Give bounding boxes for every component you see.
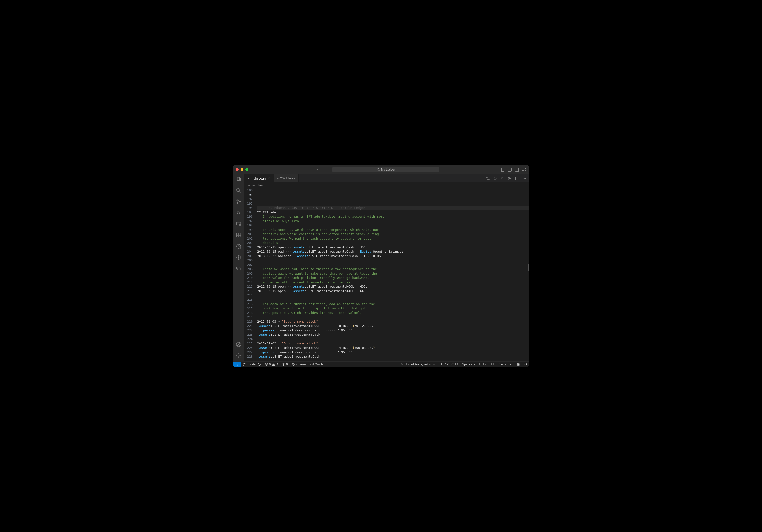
commit-icon bbox=[400, 363, 403, 366]
time-tracking-status[interactable]: 45 mins bbox=[290, 363, 308, 366]
blame-label: HostedBeans, last month bbox=[405, 363, 437, 366]
git-push-icon[interactable] bbox=[500, 176, 504, 180]
eol-status[interactable]: LF bbox=[490, 363, 496, 366]
svg-point-29 bbox=[489, 179, 490, 180]
status-bar: master 0 0 0 45 mins Git Graph HostedBea… bbox=[233, 361, 529, 367]
svg-point-10 bbox=[237, 213, 238, 215]
window-controls bbox=[236, 168, 248, 171]
extensions-icon[interactable] bbox=[236, 232, 242, 238]
minimize-window-button[interactable] bbox=[241, 168, 244, 171]
svg-point-45 bbox=[401, 364, 402, 365]
lang-label: Beancount bbox=[498, 363, 512, 366]
gitlens-icon[interactable] bbox=[236, 243, 242, 249]
bell-icon bbox=[524, 363, 527, 366]
errors-count: 0 bbox=[269, 363, 271, 366]
svg-point-7 bbox=[237, 202, 238, 203]
file-icon: ≡ bbox=[248, 184, 250, 187]
nav-back-button[interactable]: ← bbox=[316, 167, 320, 172]
git-branch-status[interactable]: master bbox=[241, 363, 263, 366]
run-debug-icon[interactable] bbox=[236, 210, 242, 216]
breadcrumb[interactable]: ≡ main.bean › ... bbox=[245, 183, 529, 188]
clock-icon bbox=[292, 363, 295, 366]
titlebar: ← → My Ledger bbox=[233, 165, 529, 174]
chat-icon[interactable] bbox=[236, 266, 242, 271]
close-window-button[interactable] bbox=[236, 168, 239, 171]
svg-point-19 bbox=[238, 246, 239, 247]
workbench: ≡ main.bean × ≡ 2023.bean ⋯ bbox=[233, 174, 529, 361]
svg-marker-34 bbox=[509, 178, 511, 179]
svg-point-27 bbox=[238, 355, 239, 356]
tab-close-button[interactable]: × bbox=[268, 176, 270, 180]
split-editor-icon[interactable] bbox=[515, 176, 519, 180]
toggle-panel-button[interactable] bbox=[508, 168, 512, 172]
svg-point-49 bbox=[517, 364, 518, 365]
tab-main-bean[interactable]: ≡ main.bean × bbox=[245, 174, 273, 183]
encoding-status[interactable]: UTF-8 bbox=[477, 363, 490, 366]
svg-point-6 bbox=[237, 200, 238, 201]
encoding-label: UTF-8 bbox=[479, 363, 488, 366]
toggle-secondary-sidebar-button[interactable] bbox=[515, 168, 519, 172]
breadcrumb-sep: › bbox=[266, 184, 266, 187]
lncol-label: Ln 191, Col 1 bbox=[441, 363, 458, 366]
nav-arrows: ← → bbox=[316, 167, 328, 172]
git-sync-icon[interactable] bbox=[493, 176, 497, 180]
explorer-icon[interactable] bbox=[236, 176, 242, 182]
problems-status[interactable]: 0 0 bbox=[263, 363, 280, 366]
editor-actions: ⋯ bbox=[486, 174, 529, 183]
radio-tower-icon bbox=[282, 363, 285, 366]
git-pull-icon[interactable] bbox=[486, 176, 490, 180]
ports-status[interactable]: 0 bbox=[280, 363, 290, 366]
svg-line-20 bbox=[240, 248, 241, 249]
copilot-status[interactable] bbox=[514, 362, 522, 366]
code-content[interactable]: HostedBeans, last month • Starter Kit Ex… bbox=[257, 188, 529, 361]
git-graph-status[interactable]: Git Graph bbox=[308, 363, 325, 366]
branch-name: master bbox=[248, 363, 257, 366]
search-icon bbox=[377, 168, 380, 171]
maximize-window-button[interactable] bbox=[245, 168, 248, 171]
breadcrumb-file: main.bean bbox=[251, 184, 265, 187]
command-center[interactable]: My Ledger bbox=[333, 167, 439, 173]
svg-point-35 bbox=[244, 363, 245, 364]
svg-rect-24 bbox=[238, 268, 241, 270]
sync-icon bbox=[258, 363, 261, 366]
search-sidebar-icon[interactable] bbox=[236, 188, 242, 193]
svg-rect-15 bbox=[237, 235, 238, 237]
svg-point-13 bbox=[239, 224, 241, 226]
accounts-icon[interactable] bbox=[236, 342, 242, 347]
svg-rect-16 bbox=[239, 235, 241, 237]
git-graph-activity-icon[interactable] bbox=[236, 255, 242, 261]
svg-line-5 bbox=[239, 191, 241, 192]
tab-2023-bean[interactable]: ≡ 2023.bean bbox=[273, 174, 299, 183]
customize-layout-button[interactable] bbox=[522, 168, 526, 172]
editor-group: ≡ main.bean × ≡ 2023.bean ⋯ bbox=[245, 174, 529, 361]
svg-rect-17 bbox=[239, 233, 241, 235]
spaces-label: Spaces: 2 bbox=[462, 363, 475, 366]
remote-explorer-icon[interactable] bbox=[236, 221, 242, 227]
notifications-status[interactable] bbox=[522, 363, 529, 366]
svg-point-18 bbox=[237, 244, 241, 249]
tab-label: main.bean bbox=[251, 177, 266, 180]
settings-gear-icon[interactable] bbox=[236, 353, 242, 358]
minimap-slider[interactable] bbox=[528, 264, 529, 271]
svg-point-32 bbox=[503, 177, 504, 178]
run-file-icon[interactable] bbox=[508, 176, 512, 180]
svg-point-8 bbox=[239, 201, 241, 202]
warnings-count: 0 bbox=[276, 363, 278, 366]
eol-label: LF bbox=[491, 363, 495, 366]
toggle-primary-sidebar-button[interactable] bbox=[500, 168, 504, 172]
more-actions-icon[interactable]: ⋯ bbox=[522, 176, 526, 180]
remote-indicator[interactable] bbox=[233, 362, 241, 367]
source-control-icon[interactable] bbox=[236, 199, 242, 204]
line-number-gutter: 1901911921931941951961971981992002012022… bbox=[245, 188, 257, 361]
indentation-status[interactable]: Spaces: 2 bbox=[460, 363, 477, 366]
svg-point-31 bbox=[501, 179, 502, 180]
git-branch-icon bbox=[243, 363, 246, 366]
svg-point-22 bbox=[238, 257, 239, 258]
svg-rect-48 bbox=[517, 364, 519, 366]
svg-point-4 bbox=[237, 189, 240, 192]
code-area[interactable]: 1901911921931941951961971981992002012022… bbox=[245, 188, 529, 361]
nav-forward-button[interactable]: → bbox=[324, 167, 328, 172]
blame-status[interactable]: HostedBeans, last month bbox=[398, 363, 439, 366]
cursor-position-status[interactable]: Ln 191, Col 1 bbox=[439, 363, 460, 366]
language-status[interactable]: Beancount bbox=[496, 363, 514, 366]
